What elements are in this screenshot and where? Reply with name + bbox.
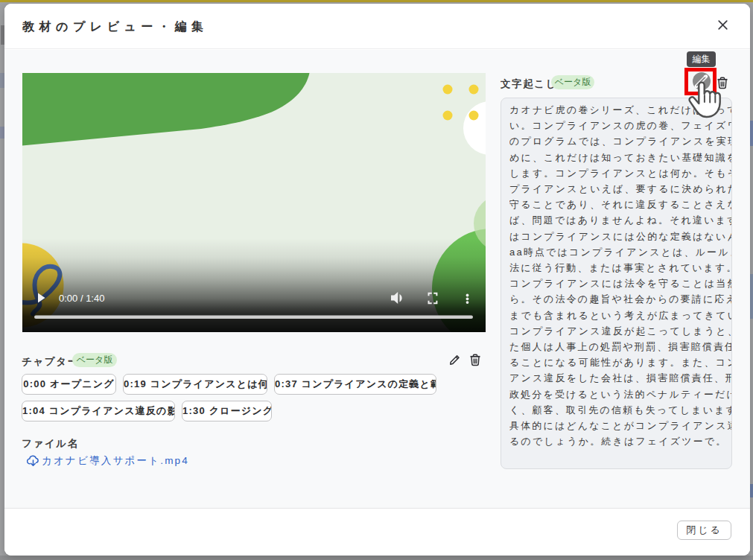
svg-text:0:00 / 1:40: 0:00 / 1:40: [59, 293, 104, 304]
